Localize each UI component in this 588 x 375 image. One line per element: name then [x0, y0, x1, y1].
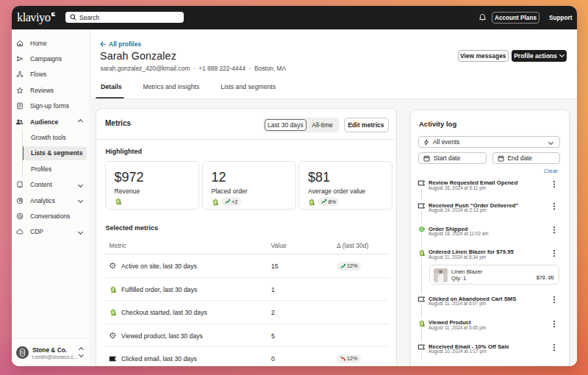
svg-text:S: S: [21, 349, 24, 354]
svg-text:S: S: [420, 321, 423, 326]
svg-text:S: S: [310, 200, 312, 204]
svg-text:S: S: [117, 199, 119, 204]
svg-text:S: S: [214, 200, 216, 204]
svg-text:S: S: [420, 251, 423, 255]
svg-text:S: S: [112, 288, 114, 292]
svg-text:S: S: [112, 310, 114, 315]
